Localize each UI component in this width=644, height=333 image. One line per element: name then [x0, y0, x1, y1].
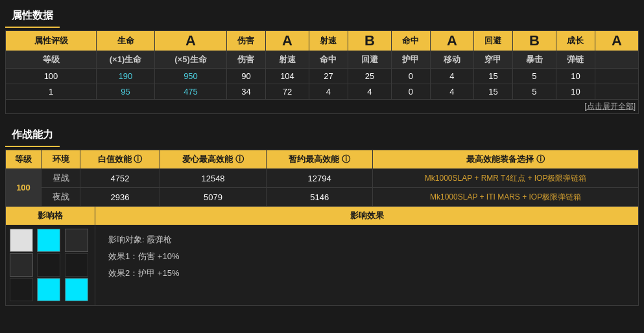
combat-col-env: 环境 [42, 150, 80, 169]
combat-table: 等级 环境 白值效能 ⓘ 爱心最高效能 ⓘ 暂约最高效能 ⓘ 最高效能装备选择 … [5, 150, 639, 207]
dmg-grade: A [265, 31, 309, 51]
grid-cell-1-0 [10, 253, 33, 277]
row-dmg: 34 [226, 84, 265, 100]
col-crit: 暴击 [512, 51, 556, 69]
row-dodge: 4 [348, 84, 391, 100]
row-hp1: 95 [97, 84, 155, 100]
grid-cell-2-0 [10, 278, 33, 301]
row-pierce: 15 [473, 84, 512, 100]
col-acc: 命中 [309, 51, 348, 69]
combat-section: 作战能力 等级 环境 白值效能 ⓘ 爱心最高效能 ⓘ 暂约最高效能 ⓘ 最高效能… [0, 121, 644, 308]
combat-base-day: 4752 [80, 169, 160, 188]
influence-section: 影响格 影响效果 影响对象: 霰弹枪 效果1：伤害 +10% [5, 207, 639, 306]
hp-grade: A [155, 31, 227, 51]
combat-temp-night: 5146 [267, 188, 373, 207]
col-hp5: (×5)生命 [155, 51, 227, 69]
influence-left-title: 影响格 [6, 207, 95, 225]
influence-right: 影响效果 影响对象: 霰弹枪 效果1：伤害 +10% 效果2：护甲 +15% [95, 207, 638, 305]
combat-env-day: 昼战 [42, 169, 80, 188]
combat-title: 作战能力 [5, 123, 60, 147]
influence-left: 影响格 [6, 207, 95, 305]
col-pierce: 穿甲 [473, 51, 512, 69]
row-crit: 5 [512, 84, 556, 100]
combat-col-level: 等级 [6, 150, 42, 169]
col-hp1: (×1)生命 [97, 51, 155, 69]
influence-target: 影响对象: 霰弹枪 [108, 231, 625, 248]
grid-cell-0-2 [65, 229, 88, 252]
influence-effect1: 效果1：伤害 +10% [108, 248, 625, 265]
grid-cell-2-2 [65, 278, 88, 301]
combat-col-base: 白值效能 ⓘ [80, 150, 160, 169]
combat-equip-night: Mk1000SLAP + ITI MARS + IOP极限弹链箱 [373, 188, 639, 207]
col-dmg: 伤害 [226, 51, 265, 69]
fire-grade-label: 射速 [309, 31, 348, 51]
row-dodge: 25 [348, 69, 391, 84]
row-acc: 4 [309, 84, 348, 100]
row-pierce: 15 [473, 69, 512, 84]
row-extra [595, 69, 638, 84]
col-fire: 射速 [265, 51, 309, 69]
row-extra [595, 84, 638, 100]
row-ammo: 10 [556, 84, 595, 100]
attr-section: 属性数据 属性评级 生命 A 伤害 A 射速 B 命中 A 回避 B 成长 A … [0, 0, 644, 117]
combat-base-night: 2936 [80, 188, 160, 207]
attr-table: 属性评级 生命 A 伤害 A 射速 B 命中 A 回避 B 成长 A 等级 (×… [5, 30, 639, 100]
table-row: 100 昼战 4752 12548 12794 Mk1000SLAP + RMR… [6, 169, 639, 188]
combat-col-love: 爱心最高效能 ⓘ [160, 150, 266, 169]
row-crit: 5 [512, 69, 556, 84]
row-fire: 72 [265, 84, 309, 100]
row-move: 4 [430, 69, 473, 84]
table-row: 100 190 950 90 104 27 25 0 4 15 5 10 [6, 69, 639, 84]
row-armor: 0 [391, 69, 430, 84]
row-move: 4 [430, 84, 473, 100]
grid-cell-0-1 [37, 229, 60, 252]
grid-cell-2-1 [37, 278, 60, 301]
growth-grade: A [595, 31, 638, 51]
influence-effect2: 效果2：护甲 +15% [108, 265, 625, 282]
col-extra [595, 51, 638, 69]
combat-level: 100 [6, 169, 42, 207]
row-hp5: 950 [155, 69, 227, 84]
acc-grade: A [430, 31, 473, 51]
col-move: 移动 [430, 51, 473, 69]
influence-grid [6, 225, 95, 305]
row-fire: 104 [265, 69, 309, 84]
attr-title: 属性数据 [5, 4, 60, 28]
grid-cell-1-2 [65, 253, 88, 277]
dodge-grade: B [512, 31, 556, 51]
combat-equip-day: Mk1000SLAP + RMR T4红点 + IOP极限弹链箱 [373, 169, 639, 188]
col-dodge: 回避 [348, 51, 391, 69]
attr-grade-label: 属性评级 [6, 31, 97, 51]
acc-grade-label: 命中 [391, 31, 430, 51]
combat-temp-day: 12794 [267, 169, 373, 188]
row-armor: 0 [391, 84, 430, 100]
col-ammo: 弹链 [556, 51, 595, 69]
hp-grade-label: 生命 [97, 31, 155, 51]
row-hp1: 190 [97, 69, 155, 84]
grid-cell-1-1 [37, 253, 60, 277]
col-level: 等级 [6, 51, 97, 69]
row-level: 1 [6, 84, 97, 100]
combat-col-temp: 暂约最高效能 ⓘ [267, 150, 373, 169]
row-dmg: 90 [226, 69, 265, 84]
combat-love-night: 5079 [160, 188, 266, 207]
dmg-grade-label: 伤害 [226, 31, 265, 51]
row-ammo: 10 [556, 69, 595, 84]
influence-right-title: 影响效果 [95, 207, 638, 225]
grid-cell-0-0 [10, 229, 33, 252]
col-armor: 护甲 [391, 51, 430, 69]
dodge-grade-label: 回避 [473, 31, 512, 51]
row-hp5: 475 [155, 84, 227, 100]
combat-love-day: 12548 [160, 169, 266, 188]
combat-col-equip: 最高效能装备选择 ⓘ [373, 150, 639, 169]
combat-env-night: 夜战 [42, 188, 80, 207]
table-row: 夜战 2936 5079 5146 Mk1000SLAP + ITI MARS … [6, 188, 639, 207]
influence-effects: 影响对象: 霰弹枪 效果1：伤害 +10% 效果2：护甲 +15% [95, 225, 638, 288]
row-acc: 27 [309, 69, 348, 84]
fire-grade: B [348, 31, 391, 51]
expand-link[interactable]: [点击展开全部] [5, 100, 639, 114]
growth-grade-label: 成长 [556, 31, 595, 51]
table-row: 1 95 475 34 72 4 4 0 4 15 5 10 [6, 84, 639, 100]
row-level: 100 [6, 69, 97, 84]
